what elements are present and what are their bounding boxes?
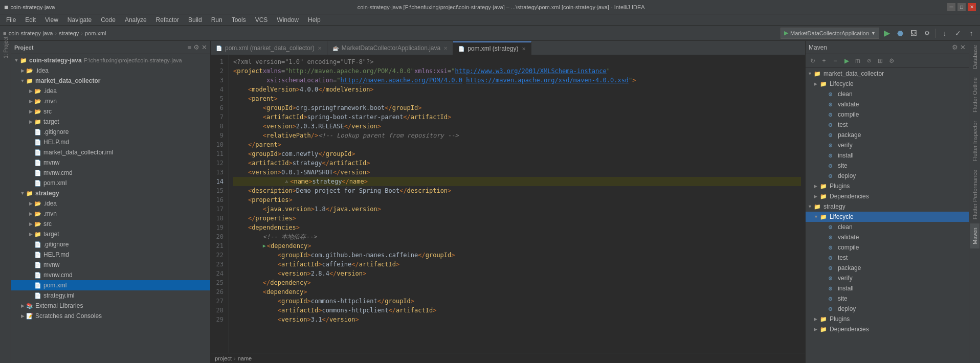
- menu-item-edit[interactable]: Edit: [21, 15, 40, 25]
- tree-item-mvn2[interactable]: ▶ 📂 .mvn: [11, 209, 210, 219]
- maven-item-test2[interactable]: ⚙ test: [806, 253, 969, 263]
- maven-run-m-btn[interactable]: m: [853, 56, 863, 66]
- maximize-button[interactable]: □: [957, 3, 966, 11]
- tree-item-gitignore1[interactable]: 📄 .gitignore: [11, 127, 210, 137]
- run-button[interactable]: ▶: [881, 28, 893, 39]
- tree-item-mvnw2[interactable]: 📄 mvnw: [11, 260, 210, 270]
- tree-item-help2[interactable]: 📄 HELP.md: [11, 249, 210, 260]
- tree-item-scratches[interactable]: ▶ 📝 Scratches and Consoles: [11, 311, 210, 321]
- vcs-push-button[interactable]: ↑: [966, 28, 977, 39]
- tab-mdc-app[interactable]: ☕ MarketDataCollectorApplication.java ✕: [327, 41, 453, 55]
- maven-item-package1[interactable]: ⚙ package: [806, 130, 969, 140]
- code-area[interactable]: <?xml version="1.0" encoding="UTF-8"?> <…: [229, 55, 805, 353]
- maven-item-strategy[interactable]: ▼ 📁 strategy: [806, 201, 969, 212]
- menu-item-build[interactable]: Build: [184, 15, 206, 25]
- maven-item-test1[interactable]: ⚙ test: [806, 120, 969, 130]
- maven-run-btn[interactable]: ▶: [841, 56, 852, 66]
- tree-item-src1[interactable]: ▶ 📂 src: [11, 106, 210, 117]
- vcs-update-button[interactable]: ↓: [939, 28, 950, 39]
- maven-item-deps2[interactable]: ▶ 📁 Dependencies: [806, 324, 969, 334]
- tab-pom-mdc[interactable]: 📄 pom.xml (market_data_collector) ✕: [211, 41, 327, 55]
- maven-refresh-btn[interactable]: ↻: [808, 56, 818, 66]
- maven-item-package2[interactable]: ⚙ package: [806, 263, 969, 273]
- menu-item-vcs[interactable]: VCS: [251, 15, 272, 25]
- build-button[interactable]: ⚙: [921, 28, 932, 39]
- maven-item-compile1[interactable]: ⚙ compile: [806, 109, 969, 120]
- tree-item-gitignore2[interactable]: 📄 .gitignore: [11, 239, 210, 249]
- maven-close-icon[interactable]: ✕: [960, 43, 966, 51]
- tree-item-target2[interactable]: ▶ 📁 target: [11, 229, 210, 239]
- maven-item-verify2[interactable]: ⚙ verify: [806, 273, 969, 283]
- tree-root[interactable]: ▼ 📁 coin-strategy-java F:\chenfuxing\pro…: [11, 55, 210, 65]
- maven-item-validate1[interactable]: ⚙ validate: [806, 99, 969, 109]
- tree-item-extlibs[interactable]: ▶ 📚 External Libraries: [11, 301, 210, 311]
- tree-item-mvnw1[interactable]: 📄 mvnw: [11, 157, 210, 168]
- breadcrumb-coinstrategyjava[interactable]: coin-strategy-java: [9, 30, 53, 36]
- tab-pom-strategy-close[interactable]: ✕: [522, 46, 526, 52]
- project-gear-icon[interactable]: ⚙: [193, 43, 199, 51]
- vcs-commit-button[interactable]: ✓: [952, 28, 964, 39]
- maven-item-lifecycle1[interactable]: ▶ 📁 Lifecycle: [806, 79, 969, 89]
- menu-item-file[interactable]: File: [2, 15, 20, 25]
- menu-item-view[interactable]: View: [41, 15, 62, 25]
- debug-button[interactable]: ⬣: [895, 28, 906, 39]
- sidebar-tab-maven[interactable]: Maven: [970, 223, 979, 248]
- menu-item-code[interactable]: Code: [97, 15, 120, 25]
- breadcrumb-pomxml[interactable]: pom.xml: [85, 30, 106, 36]
- tree-item-help1[interactable]: 📄 HELP.md: [11, 137, 210, 147]
- run-config-dropdown[interactable]: ▶ MarketDataCollectorApplication ▼: [781, 28, 879, 39]
- tab-pom-strategy[interactable]: 📄 pom.xml (strategy) ✕: [453, 41, 531, 55]
- sidebar-tab-flutter-outline[interactable]: Flutter Outline: [970, 73, 979, 117]
- tree-item-idea3[interactable]: ▶ 📂 .idea: [11, 198, 210, 209]
- tree-item-mdc[interactable]: ▼ 📁 market_data_collector: [11, 76, 210, 86]
- breadcrumb-strategy[interactable]: strategy: [59, 30, 79, 36]
- project-sidebar-tab[interactable]: 1: Project: [1, 43, 10, 52]
- maven-item-deploy2[interactable]: ⚙ deploy: [806, 304, 969, 314]
- maven-settings-icon[interactable]: ⚙: [952, 43, 958, 51]
- tree-item-src2[interactable]: ▶ 📂 src: [11, 219, 210, 229]
- maven-remove-btn[interactable]: −: [830, 56, 840, 66]
- tree-item-pom1[interactable]: 📄 pom.xml: [11, 178, 210, 188]
- tab-pom-mdc-close[interactable]: ✕: [318, 46, 322, 51]
- project-settings-icon[interactable]: ≡: [187, 43, 191, 51]
- tree-item-strategy[interactable]: ▼ 📁 strategy: [11, 188, 210, 198]
- project-close-icon[interactable]: ✕: [202, 43, 207, 51]
- maven-item-validate2[interactable]: ⚙ validate: [806, 232, 969, 242]
- maven-item-plugins2[interactable]: ▶ 📁 Plugins: [806, 314, 969, 324]
- menu-item-navigate[interactable]: Navigate: [63, 15, 96, 25]
- menu-item-run[interactable]: Run: [207, 15, 227, 25]
- maven-item-lifecycle2[interactable]: ▼ 📁 Lifecycle: [806, 212, 969, 222]
- maven-item-clean1[interactable]: ⚙ clean: [806, 89, 969, 99]
- maven-item-mdc[interactable]: ▼ 📁 market_data_collector: [806, 69, 969, 79]
- breadcrumb-bottom-project[interactable]: project: [215, 355, 232, 361]
- tree-item-mvnwcmd1[interactable]: 📄 mvnw.cmd: [11, 168, 210, 178]
- menu-item-help[interactable]: Help: [304, 15, 325, 25]
- coverage-button[interactable]: ⛾: [908, 28, 919, 39]
- tab-mdc-app-close[interactable]: ✕: [443, 46, 448, 51]
- tree-item-mvn1[interactable]: ▶ 📂 .mvn: [11, 96, 210, 106]
- maven-item-install2[interactable]: ⚙ install: [806, 283, 969, 293]
- menu-item-refactor[interactable]: Refactor: [152, 15, 183, 25]
- tree-item-mdc-iml[interactable]: 📄 market_data_collector.iml: [11, 147, 210, 157]
- maven-show-diagram-btn[interactable]: ⊞: [875, 56, 885, 66]
- close-button[interactable]: ✕: [968, 3, 976, 11]
- tree-item-idea1[interactable]: ▶ 📂 .idea: [11, 65, 210, 76]
- maven-item-site2[interactable]: ⚙ site: [806, 293, 969, 304]
- sidebar-tab-database[interactable]: Database: [970, 41, 979, 73]
- tree-item-mvnwcmd2[interactable]: 📄 mvnw.cmd: [11, 270, 210, 280]
- breadcrumb-bottom-name[interactable]: name: [238, 355, 252, 361]
- maven-item-compile2[interactable]: ⚙ compile: [806, 242, 969, 253]
- maven-item-deploy1[interactable]: ⚙ deploy: [806, 171, 969, 181]
- maven-item-install1[interactable]: ⚙ install: [806, 150, 969, 161]
- maven-item-verify1[interactable]: ⚙ verify: [806, 140, 969, 150]
- maven-item-plugins1[interactable]: ▶ 📁 Plugins: [806, 181, 969, 191]
- menu-item-tools[interactable]: Tools: [228, 15, 250, 25]
- maven-item-deps1[interactable]: ▶ 📁 Dependencies: [806, 191, 969, 201]
- sidebar-tab-flutter-inspector[interactable]: Flutter Inspector: [970, 117, 979, 165]
- editor-content[interactable]: 1 2 3 4 5 6 7 8 9 10 11 12 13 14 15 16 1…: [211, 55, 805, 353]
- tree-item-target1[interactable]: ▶ 📁 target: [11, 117, 210, 127]
- menu-item-window[interactable]: Window: [273, 15, 303, 25]
- tree-item-idea2[interactable]: ▶ 📂 .idea: [11, 86, 210, 96]
- maven-toggle-skip-btn[interactable]: ⊘: [864, 56, 874, 66]
- maven-add-btn[interactable]: +: [819, 56, 829, 66]
